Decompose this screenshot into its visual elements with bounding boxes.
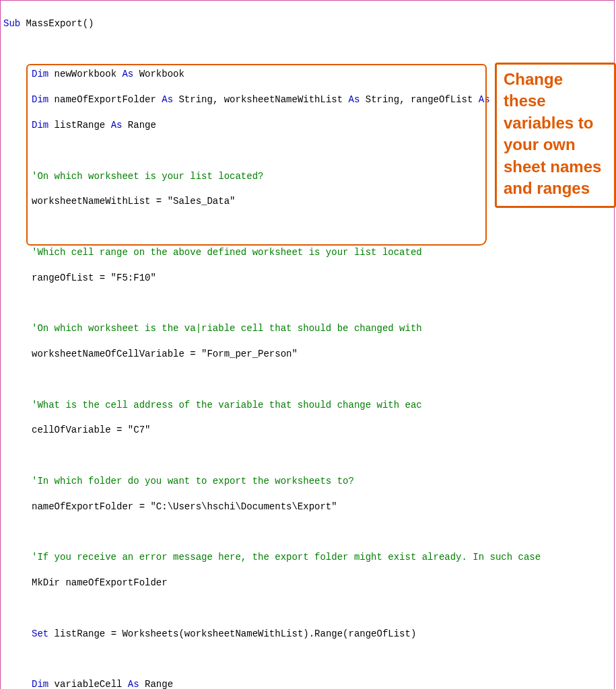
code-line: MkDir nameOfExportFolder — [3, 577, 614, 589]
code-line — [3, 221, 614, 233]
code-line: 'If you receive an error message here, t… — [3, 551, 614, 564]
callout-line: Change these — [504, 69, 607, 112]
code-line: nameOfExportFolder = "C:\Users\hschi\Doc… — [3, 501, 614, 513]
code-line — [3, 526, 614, 539]
code-line: 'What is the cell address of the variabl… — [3, 399, 614, 412]
code-line: 'In which folder do you want to export t… — [3, 475, 614, 488]
callout-line: variables to — [504, 112, 607, 134]
callout-line: and ranges — [504, 178, 607, 199]
callout-annotation: Change these variables to your own sheet… — [495, 63, 616, 208]
code-line — [3, 297, 614, 310]
code-line — [3, 653, 614, 665]
code-line — [3, 373, 614, 386]
code-line — [3, 43, 614, 56]
code-line: Dim variableCell As Range — [3, 678, 614, 689]
code-line: cellOfVariable = "C7" — [3, 424, 614, 437]
code-line: rangeOfList = "F5:F10" — [3, 272, 614, 285]
code-line: 'Which cell range on the above defined w… — [3, 246, 614, 259]
code-line: Set listRange = Worksheets(worksheetName… — [3, 628, 614, 641]
code-line — [3, 449, 614, 462]
callout-line: your own — [504, 134, 607, 155]
code-line — [3, 602, 614, 615]
code-line: Sub MassExport() — [3, 17, 614, 30]
code-line: worksheetNameOfCellVariable = "Form_per_… — [3, 348, 614, 361]
callout-line: sheet names — [504, 156, 607, 178]
code-line: 'On which worksheet is the va|riable cel… — [3, 322, 614, 335]
code-window: Change these variables to your own sheet… — [0, 0, 615, 689]
